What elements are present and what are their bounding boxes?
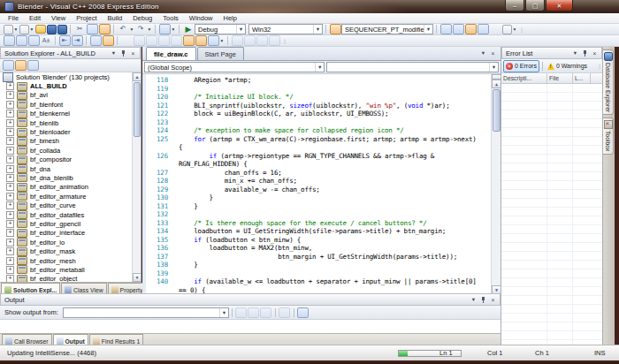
menu-window[interactable]: Window [184,13,218,24]
auto-hide-pin-icon[interactable] [118,49,128,57]
chevron-down-icon[interactable]: ▼ [219,308,228,317]
expand-icon[interactable]: + [6,220,14,228]
active-files-dropdown-icon[interactable]: ▾ [478,49,488,57]
tree-item[interactable]: +bf_avi [0,91,141,100]
tree-item[interactable]: +bf_blenfont [0,100,141,109]
chevron-down-icon[interactable]: ▼ [313,25,322,34]
expand-icon[interactable]: + [6,247,14,255]
tree-item[interactable]: +bf_editor_object [0,275,141,282]
find-in-files-icon[interactable] [440,24,452,34]
tree-item[interactable]: +bf_compositor [0,155,141,164]
new-file-dropdown-icon[interactable]: ▾ [13,27,19,32]
chevron-down-icon[interactable]: ▼ [489,63,498,72]
start-debugging-icon[interactable]: ▶ [183,24,195,34]
find-symbol-icon[interactable] [330,24,341,34]
expand-icon[interactable]: + [6,239,14,246]
next-message-icon[interactable] [260,307,271,318]
error-column-header[interactable]: L... [573,73,591,83]
code-line[interactable]: 134 loadbutton = UI_GetStringWidth(sfile… [147,227,491,236]
parameter-info-icon[interactable]: A± [41,35,52,46]
menu-project[interactable]: Project [71,13,102,24]
tree-item[interactable]: +bf_editor_datafiles [0,210,141,219]
code-line[interactable]: 123 [147,118,491,127]
find-message-icon[interactable] [235,307,247,318]
code-line[interactable]: 138 } [147,261,491,269]
paste-icon[interactable] [99,24,111,34]
comment-selection-icon[interactable] [90,35,102,46]
tree-item[interactable]: +bf_editor_curve [0,201,141,209]
code-line[interactable]: 126 if (artmp->regiontype == RGN_TYPE_CH… [147,152,491,161]
chevron-down-icon[interactable]: ▼ [236,25,245,34]
code-line[interactable]: 127 chan_offs = 16; [147,169,491,178]
auto-hide-pin-icon[interactable] [580,49,590,57]
error-list-header[interactable]: Error List ▾ × [501,47,602,59]
expand-icon[interactable]: + [6,183,14,191]
code-line[interactable]: 124 /* exception to make space for colla… [147,126,491,135]
minimize-button[interactable]: – [505,0,524,11]
menu-file[interactable]: File [3,13,24,24]
display-objects-icon[interactable] [4,35,15,46]
expand-icon[interactable]: + [6,174,14,182]
expand-icon[interactable]: + [6,201,14,209]
prev-bookmark-folder-icon[interactable] [158,35,170,46]
code-line[interactable]: { [147,143,491,152]
next-bookmark-doc-icon[interactable] [195,35,207,46]
document-tab-start-page[interactable]: Start Page [197,47,244,60]
expand-icon[interactable]: + [6,211,14,219]
close-panel-icon[interactable]: × [128,49,138,57]
title-bar[interactable]: Blender - Visual C++ 2008 Express Editio… [0,0,619,13]
expand-icon[interactable]: + [6,82,14,90]
expand-icon[interactable]: + [6,119,14,127]
document-tab-file-draw-c[interactable]: file_draw.c [146,47,196,60]
find-symbol-select[interactable]: SEQUENCER_PT_modifiers▼ [341,24,433,34]
output-content[interactable] [0,320,501,333]
code-line[interactable]: 132 [147,210,491,219]
scope-select[interactable]: (Global Scope)▼ [144,62,325,72]
cut-icon[interactable]: ✂ [74,24,86,34]
errors-toggle-button[interactable]: × 0 Errors [503,60,539,72]
redo-dropdown-icon[interactable]: ▾ [147,27,152,32]
scrollbar-thumb[interactable] [134,82,141,137]
add-item-dropdown-icon[interactable]: ▾ [29,27,34,32]
navigate-dropdown-icon[interactable]: ▾ [171,27,176,32]
auto-hide-pin-icon[interactable] [478,295,488,304]
output-header[interactable]: Output ▾ × [0,293,501,306]
display-word-completion-icon[interactable] [16,35,27,46]
menu-tools[interactable]: Tools [157,13,184,24]
toolbar-overflow-icon[interactable]: ⋮ [519,27,524,33]
properties-icon[interactable] [3,60,14,71]
code-line[interactable]: 118 ARegion *artmp; [147,76,491,85]
expand-icon[interactable]: + [6,193,14,201]
code-line[interactable]: RGN_FLAG_HIDDEN) { [147,160,491,169]
solution-configuration-select[interactable]: Debug▼ [195,24,246,34]
copy-icon[interactable] [87,24,98,34]
command-window-icon[interactable] [453,24,464,34]
tree-item[interactable]: +bf_editor_armature [0,192,141,201]
chevron-down-icon[interactable]: ▼ [424,25,432,34]
close-panel-icon[interactable]: × [590,49,600,57]
code-line[interactable]: 140 if (available_w <= loadbutton + sepa… [147,277,491,286]
macro-ide-icon[interactable] [269,35,280,46]
toolbar-overflow-icon[interactable]: ⋮ [282,38,287,44]
code-editor[interactable]: 118 ARegion *artmp;119120 /* Initialize … [142,74,501,294]
uncomment-selection-icon[interactable] [103,35,114,46]
expand-icon[interactable]: + [6,91,14,99]
properties-window-icon[interactable] [478,24,489,34]
decrease-indent-icon[interactable]: ⇤ [59,35,71,46]
error-grid[interactable] [501,84,602,345]
code-line[interactable]: 135 if (loadbutton < btn_minw) { [147,236,491,245]
code-line[interactable]: 120 /* Initialize UI block. */ [147,93,491,102]
tree-item[interactable]: +bf_editor_mesh [0,256,141,265]
clear-all-icon[interactable] [279,307,290,318]
error-column-header[interactable]: File [547,73,573,83]
code-line[interactable]: 128 min_x += chan_offs; [147,177,491,186]
member-select[interactable]: ▼ [326,62,499,72]
code-line[interactable]: 125 for (artmp = CTX_wm_area(C)->regionb… [147,135,491,144]
refresh-icon[interactable] [27,60,39,71]
code-line[interactable]: 131 } [147,202,491,211]
expand-icon[interactable]: + [6,229,14,237]
expand-icon[interactable]: + [6,110,14,118]
output-source-select[interactable]: ▼ [63,307,229,318]
save-icon[interactable] [47,25,57,34]
show-all-files-icon[interactable] [15,60,27,71]
